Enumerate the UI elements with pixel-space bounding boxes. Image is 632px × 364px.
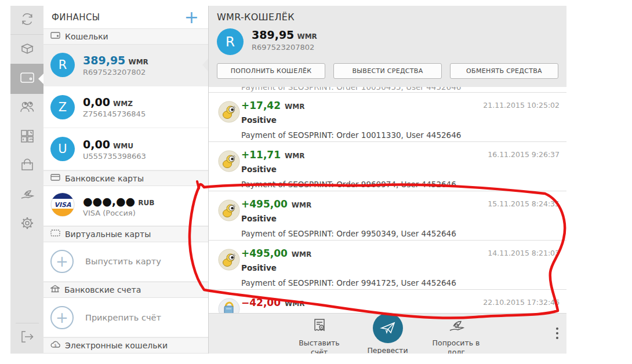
wallet-small-icon bbox=[50, 31, 60, 41]
issue-invoice-button[interactable]: Выставить счёт bbox=[293, 314, 346, 354]
paper-plane-icon bbox=[373, 313, 403, 343]
sidebar-item-finance[interactable] bbox=[10, 64, 43, 94]
transaction-currency: WMR bbox=[285, 103, 304, 111]
transaction-status: Positive bbox=[241, 214, 558, 223]
wmz-number: Z756145736845 bbox=[83, 110, 146, 118]
transaction-status: Positive bbox=[241, 115, 558, 125]
transaction-status: Positive bbox=[241, 263, 558, 272]
transaction-amount: +17,42 bbox=[241, 100, 281, 111]
sidebar-item-shop[interactable] bbox=[10, 152, 43, 181]
transaction-row[interactable]: +11,71 WMR Positive Payment of SEOSPRINT… bbox=[209, 141, 566, 191]
clipped-transaction-row: Payment of SEOSPRINT: Order 10050455, Us… bbox=[209, 87, 566, 92]
wmr-currency: WMR bbox=[128, 58, 148, 66]
gear-icon bbox=[19, 215, 35, 234]
hand-coin-icon bbox=[19, 187, 35, 204]
transaction-status: Positive bbox=[241, 165, 558, 174]
sidebar-item-contacts[interactable] bbox=[10, 94, 43, 123]
wmr-avatar-large: R bbox=[217, 28, 244, 55]
wallet-row-wmu[interactable]: U 0,00 WMU U555735398663 bbox=[43, 128, 208, 170]
plus-icon: + bbox=[50, 306, 74, 329]
cloud-money-icon: $ bbox=[50, 341, 60, 351]
transaction-description: Payment of SEOSPRINT: Order 9950349, Use… bbox=[241, 229, 558, 238]
transaction-row[interactable]: +495,00 WMR Positive Payment of SEOSPRIN… bbox=[209, 191, 566, 240]
sidebar-item-debt[interactable] bbox=[10, 181, 43, 210]
finance-panel: ФИНАНСЫ + Кошельки R 389,95 WMR R6975232… bbox=[43, 6, 209, 354]
payment-lock-icon bbox=[218, 298, 240, 313]
transaction-description: Payment of SEOSPRINT: Order 9941725, Use… bbox=[241, 278, 558, 287]
attach-account-button[interactable]: + Прикрепить счёт bbox=[43, 298, 208, 338]
sync-button[interactable] bbox=[10, 6, 43, 35]
card-balance: ●●●,●● bbox=[83, 195, 135, 208]
svg-text:$: $ bbox=[54, 343, 56, 347]
transaction-date: 14.11.2015 8:21:03 bbox=[488, 249, 560, 257]
issue-invoice-label: Выставить счёт bbox=[293, 338, 346, 354]
ask-loan-button[interactable]: Попросить в долг bbox=[430, 314, 483, 354]
page-title: WMR-КОШЕЛЁК bbox=[217, 12, 558, 23]
wmz-avatar: Z bbox=[50, 95, 75, 119]
main-wallet-number: R697523207802 bbox=[252, 43, 317, 52]
sidebar-item-services[interactable] bbox=[10, 123, 43, 152]
transaction-list[interactable]: Payment of SEOSPRINT: Order 10050455, Us… bbox=[209, 87, 566, 313]
card-row-visa[interactable]: VISA ●●●,●● RUB VISA (Россия) bbox=[43, 186, 208, 226]
wmu-currency: WMU bbox=[113, 142, 133, 150]
virtual-card-icon bbox=[50, 229, 60, 239]
bottom-action-bar: Выставить счёт Перевести средства Попрос… bbox=[209, 313, 566, 354]
issue-card-button[interactable]: + Выпустить карту bbox=[43, 242, 208, 282]
card-subtitle: VISA (Россия) bbox=[83, 209, 154, 217]
transaction-description: Payment of SEOSPRINT: Order 9960974, Use… bbox=[241, 180, 558, 189]
transaction-row[interactable]: −42,00 WMR WMID: 000000001000 22.10.2015… bbox=[209, 289, 566, 313]
bank-icon bbox=[50, 285, 60, 295]
transaction-currency: WMR bbox=[285, 300, 304, 308]
wmu-avatar: U bbox=[50, 137, 75, 161]
logout-icon bbox=[20, 329, 35, 347]
sync-icon bbox=[20, 12, 35, 29]
ask-loan-label: Попросить в долг bbox=[430, 338, 483, 354]
webmoney-keeper-icon bbox=[218, 199, 240, 221]
webmoney-keeper-icon bbox=[218, 150, 240, 172]
transaction-amount: +495,00 bbox=[241, 247, 288, 259]
invoice-icon bbox=[311, 317, 328, 337]
sidebar-item-inbox[interactable] bbox=[10, 35, 43, 64]
section-wallets: Кошельки bbox=[43, 28, 208, 45]
main-currency: WMR bbox=[297, 32, 317, 41]
transaction-row[interactable]: +17,42 WMR Positive Payment of SEOSPRINT… bbox=[209, 92, 566, 141]
webmoney-app-window: ФИНАНСЫ + Кошельки R 389,95 WMR R6975232… bbox=[10, 6, 566, 354]
transaction-description: Payment of SEOSPRINT: Order 10011330, Us… bbox=[241, 130, 558, 140]
wmr-number: R697523207802 bbox=[83, 68, 148, 77]
section-ewallets: $ Электронные кошельки bbox=[43, 337, 208, 354]
transaction-date: 21.11.2015 10:25:02 bbox=[483, 101, 560, 110]
bank-card-icon bbox=[50, 173, 60, 183]
webmoney-keeper-icon bbox=[218, 249, 240, 271]
transaction-amount: +11,71 bbox=[241, 149, 281, 161]
main-balance: 389,95 bbox=[252, 27, 294, 41]
withdraw-funds-button[interactable]: ВЫВЕСТИ СРЕДСТВА bbox=[333, 63, 442, 79]
logout-button[interactable] bbox=[16, 323, 39, 354]
hand-coin-icon bbox=[448, 317, 465, 337]
section-bank-cards: Банковские карты bbox=[43, 170, 208, 187]
transaction-amount: +495,00 bbox=[241, 198, 288, 210]
transaction-amount: −42,00 bbox=[241, 297, 281, 308]
transaction-row[interactable]: +495,00 WMR Positive Payment of SEOSPRIN… bbox=[209, 240, 566, 289]
webmoney-keeper-icon bbox=[218, 101, 240, 123]
wallet-row-wmr[interactable]: R 389,95 WMR R697523207802 bbox=[43, 45, 208, 86]
shopping-bag-icon bbox=[20, 158, 35, 175]
exchange-funds-button[interactable]: ОБМЕНЯТЬ СРЕДСТВА bbox=[450, 63, 558, 79]
add-wallet-button[interactable]: + bbox=[184, 10, 199, 25]
inbox-box-icon bbox=[20, 41, 35, 58]
more-options-button[interactable] bbox=[556, 327, 558, 339]
wallet-icon bbox=[19, 71, 35, 87]
transaction-date: 16.11.2015 9:26:37 bbox=[488, 150, 560, 159]
transaction-currency: WMR bbox=[292, 250, 311, 259]
main-panel: WMR-КОШЕЛЁК R 389,95 WMR R697523207802 П… bbox=[209, 6, 566, 354]
selected-rail-notch bbox=[38, 74, 43, 84]
transfer-funds-button[interactable]: Перевести средства bbox=[361, 314, 415, 354]
top-up-wallet-button[interactable]: ПОПОЛНИТЬ КОШЕЛЁК bbox=[217, 63, 325, 79]
card-currency: RUB bbox=[138, 199, 154, 207]
visa-logo: VISA bbox=[50, 192, 75, 219]
sidebar-item-settings[interactable] bbox=[10, 210, 43, 239]
services-grid-icon bbox=[20, 129, 35, 146]
transaction-currency: WMR bbox=[292, 201, 311, 209]
wallet-row-wmz[interactable]: Z 0,00 WMZ Z756145736845 bbox=[43, 86, 208, 128]
section-virtual-cards: Виртуальные карты bbox=[43, 226, 208, 242]
wmz-currency: WMZ bbox=[113, 100, 133, 108]
